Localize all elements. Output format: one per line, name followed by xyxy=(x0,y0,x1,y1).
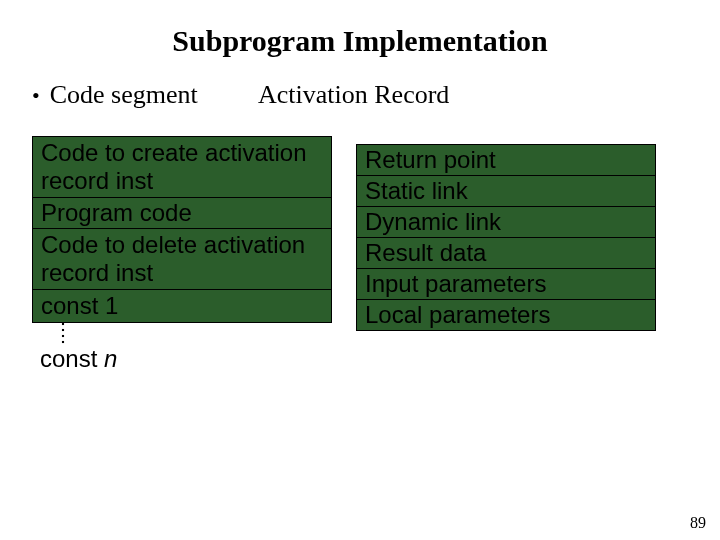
code-segment-tail: const n xyxy=(32,343,332,375)
page-number: 89 xyxy=(690,514,706,532)
slide-title: Subprogram Implementation xyxy=(28,24,692,58)
code-segment-row: Program code xyxy=(33,198,331,229)
column-headers: • Code segment Activation Record xyxy=(28,80,692,110)
code-segment-row: Code to create activation record inst xyxy=(33,137,331,198)
code-segment-row: Code to delete activation record inst xyxy=(33,229,331,290)
activation-record-box: Return point Static link Dynamic link Re… xyxy=(356,144,656,331)
activation-record-row: Return point xyxy=(357,145,655,176)
activation-record-row: Input parameters xyxy=(357,269,655,300)
bullet-icon: • xyxy=(32,83,40,109)
activation-record-panel: Return point Static link Dynamic link Re… xyxy=(356,144,656,375)
const-n-var: n xyxy=(104,345,117,372)
code-segment-header: • Code segment xyxy=(32,80,258,110)
activation-record-header: Activation Record xyxy=(258,80,449,110)
code-segment-box: Code to create activation record inst Pr… xyxy=(32,136,332,323)
code-segment-header-text: Code segment xyxy=(50,80,198,110)
activation-record-row: Result data xyxy=(357,238,655,269)
activation-record-row: Local parameters xyxy=(357,300,655,330)
panels: Code to create activation record inst Pr… xyxy=(28,136,692,375)
activation-record-row: Dynamic link xyxy=(357,207,655,238)
const-n-prefix: const xyxy=(40,345,104,372)
activation-record-row: Static link xyxy=(357,176,655,207)
code-segment-row: const 1 xyxy=(33,290,331,322)
slide: Subprogram Implementation • Code segment… xyxy=(0,0,720,540)
code-segment-panel: Code to create activation record inst Pr… xyxy=(32,136,332,375)
